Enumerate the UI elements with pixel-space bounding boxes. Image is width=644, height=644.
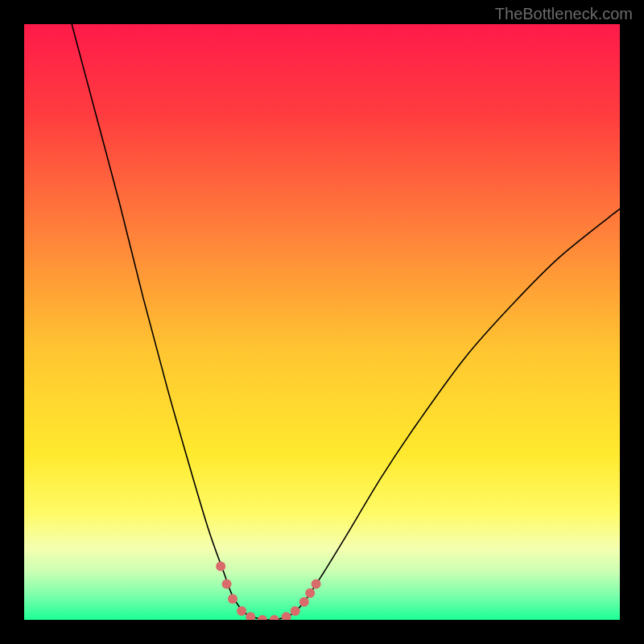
marker-point	[299, 597, 309, 607]
marker-point	[282, 612, 291, 620]
marker-point	[222, 580, 232, 589]
marker-point	[258, 615, 267, 620]
watermark-text: TheBottleneck.com	[495, 5, 633, 23]
marker-point	[291, 606, 300, 616]
curve-markers	[216, 561, 320, 620]
marker-point	[237, 606, 246, 616]
chart-plot-area	[24, 24, 620, 620]
chart-lines	[24, 24, 620, 620]
marker-point	[246, 612, 255, 620]
marker-point	[305, 588, 315, 598]
marker-point	[270, 615, 279, 620]
marker-point	[312, 580, 321, 589]
bottleneck-curve	[72, 24, 620, 620]
marker-point	[228, 594, 237, 604]
marker-point	[216, 561, 225, 571]
